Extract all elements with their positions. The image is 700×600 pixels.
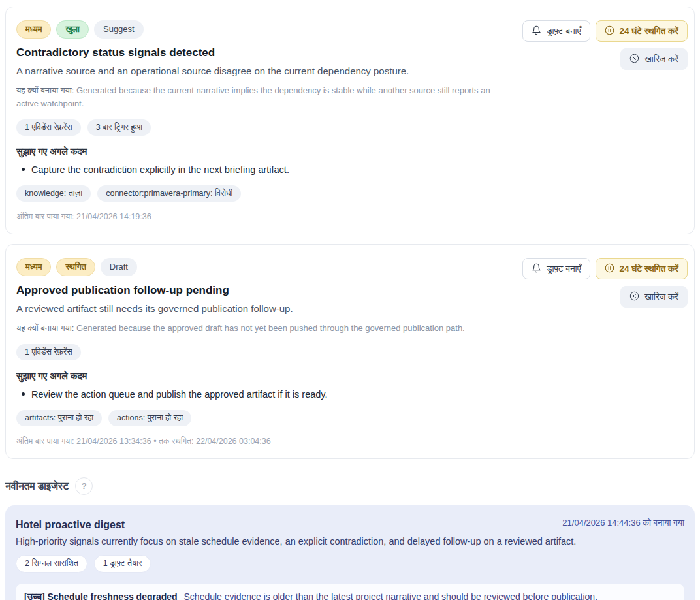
digest-section-header: नवीनतम डाइजेस्ट ? — [5, 477, 695, 495]
digest-title: Hotel proactive digest — [16, 518, 125, 531]
signal-reason: यह क्यों बनाया गया: Generated because th… — [16, 84, 493, 110]
signal-reason: यह क्यों बनाया गया: Generated because th… — [16, 322, 493, 335]
signal-text: Schedule evidence is older than the late… — [184, 592, 598, 600]
bell-icon — [532, 25, 541, 37]
signal-card: मध्यम स्थगित Draft Approved publication … — [5, 244, 695, 459]
snooze-button[interactable]: 24 घंटे स्थगित करें — [596, 20, 688, 42]
x-circle-icon — [629, 54, 639, 65]
next-steps-list: Capture the contradiction explicitly in … — [16, 165, 684, 175]
status-badge: स्थगित — [56, 258, 95, 276]
dismiss-button[interactable]: खारिज करें — [620, 286, 688, 308]
pause-circle-icon — [605, 263, 614, 275]
digest-created-text: 21/04/2026 14:44:36 को बनाया गया — [562, 518, 684, 528]
next-step-text: Review the action queue and publish the … — [31, 389, 328, 400]
evidence-count-badge: 1 एविडेंस रेफ़रेंस — [16, 119, 81, 136]
create-draft-button[interactable]: ड्राफ़्ट बनाएँ — [522, 258, 590, 279]
digest-badge-row: 2 सिग्नल सारांशित 1 ड्राफ़्ट तैयार — [16, 555, 684, 573]
help-button[interactable]: ? — [75, 477, 93, 495]
digest-card: Hotel proactive digest 21/04/2026 14:44:… — [5, 505, 695, 600]
snooze-button[interactable]: 24 घंटे स्थगित करें — [596, 258, 688, 279]
signal-card: मध्यम खुला Suggest Contradictory status … — [5, 7, 695, 234]
tag-chip: artifacts: पुराना हो रहा — [16, 410, 102, 426]
bell-icon — [532, 263, 541, 275]
meta-badge-row: 1 एविडेंस रेफ़रेंस — [16, 344, 684, 360]
card-actions: ड्राफ़्ट बनाएँ 24 घंटे स्थगित करें खारिज… — [522, 258, 688, 308]
next-steps-heading: सुझाए गए अगले कदम — [16, 146, 684, 157]
next-step-text: Capture the contradiction explicitly in … — [31, 165, 289, 175]
tag-chip: actions: पुराना हो रहा — [108, 410, 191, 426]
meta-badge-row: 1 एविडेंस रेफ़रेंस 3 बार ट्रिगर हुआ — [16, 119, 684, 136]
x-circle-icon — [629, 291, 639, 303]
create-draft-button[interactable]: ड्राफ़्ट बनाएँ — [522, 20, 590, 42]
last-seen-text: अंतिम बार पाया गया: 21/04/2026 13:34:36 … — [16, 437, 684, 447]
reason-text: Generated because the current narrative … — [16, 86, 490, 108]
reason-label: यह क्यों बनाया गया: — [16, 323, 74, 333]
next-step-item: Review the action queue and publish the … — [16, 389, 684, 400]
signal-label: [उच्च] Schedule freshness degraded — [24, 592, 178, 600]
digest-draft-ready-badge: 1 ड्राफ़्ट तैयार — [94, 555, 151, 573]
digest-description: High-priority signals currently focus on… — [16, 536, 684, 546]
trigger-count-badge: 3 बार ट्रिगर हुआ — [88, 119, 151, 136]
next-step-item: Capture the contradiction explicitly in … — [16, 165, 684, 175]
severity-badge: मध्यम — [16, 258, 51, 276]
kind-badge: Draft — [101, 258, 137, 276]
next-steps-list: Review the action queue and publish the … — [16, 389, 684, 400]
status-badge: खुला — [56, 20, 89, 39]
reason-text: Generated because the approved draft has… — [76, 323, 465, 333]
pause-circle-icon — [605, 25, 614, 37]
card-actions: ड्राफ़्ट बनाएँ 24 घंटे स्थगित करें खारिज… — [522, 20, 688, 70]
severity-badge: मध्यम — [16, 20, 51, 39]
kind-badge: Suggest — [94, 20, 144, 39]
reason-label: यह क्यों बनाया गया: — [16, 86, 74, 95]
digest-signal-count-badge: 2 सिग्नल सारांशित — [16, 555, 88, 573]
tag-row: knowledge: ताज़ा connector:primavera-pri… — [16, 185, 684, 202]
dismiss-button[interactable]: खारिज करें — [620, 48, 688, 70]
digest-section-heading: नवीनतम डाइजेस्ट — [5, 481, 69, 492]
tag-chip: connector:primavera-primary: विरोधी — [97, 185, 241, 202]
next-steps-heading: सुझाए गए अगले कदम — [16, 371, 684, 382]
signals-page: मध्यम खुला Suggest Contradictory status … — [0, 0, 700, 600]
question-icon: ? — [82, 481, 87, 491]
bullet-icon — [22, 392, 25, 396]
bullet-icon — [22, 168, 25, 171]
last-seen-text: अंतिम बार पाया गया: 21/04/2026 14:19:36 — [16, 212, 684, 222]
evidence-count-badge: 1 एविडेंस रेफ़रेंस — [16, 344, 81, 360]
tag-row: artifacts: पुराना हो रहा actions: पुराना… — [16, 410, 684, 426]
digest-signal-row: [उच्च] Schedule freshness degraded Sched… — [16, 584, 684, 600]
tag-chip: knowledge: ताज़ा — [16, 185, 91, 202]
